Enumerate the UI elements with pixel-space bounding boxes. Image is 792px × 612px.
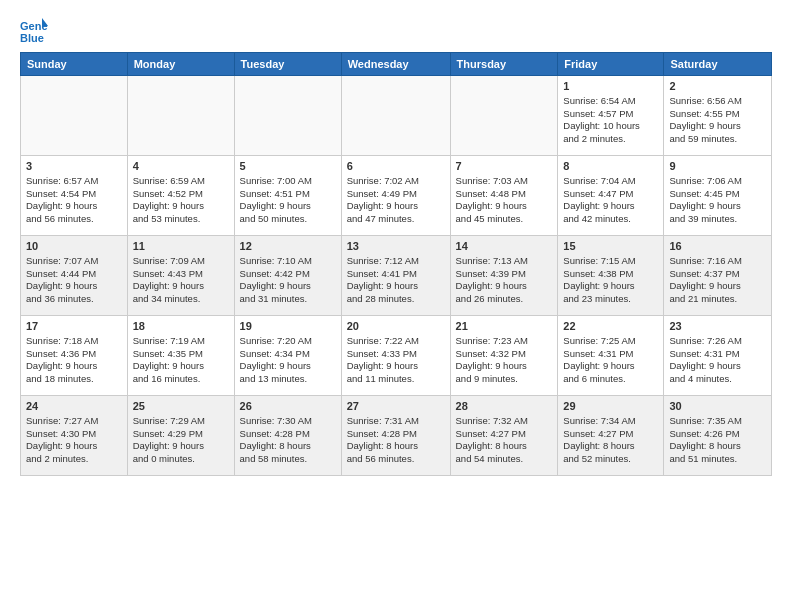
calendar-cell: 10Sunrise: 7:07 AM Sunset: 4:44 PM Dayli…	[21, 236, 128, 316]
calendar-cell	[450, 76, 558, 156]
logo-icon: General Blue	[20, 16, 48, 44]
day-number: 7	[456, 159, 553, 174]
week-row-0: 1Sunrise: 6:54 AM Sunset: 4:57 PM Daylig…	[21, 76, 772, 156]
header: General Blue	[20, 16, 772, 44]
page: General Blue SundayMondayTuesdayWednesda…	[0, 0, 792, 612]
day-number: 9	[669, 159, 766, 174]
day-number: 18	[133, 319, 229, 334]
day-number: 28	[456, 399, 553, 414]
day-info: Sunrise: 7:07 AM Sunset: 4:44 PM Dayligh…	[26, 255, 122, 306]
day-info: Sunrise: 7:10 AM Sunset: 4:42 PM Dayligh…	[240, 255, 336, 306]
calendar-cell: 15Sunrise: 7:15 AM Sunset: 4:38 PM Dayli…	[558, 236, 664, 316]
svg-text:Blue: Blue	[20, 32, 44, 44]
calendar-cell: 21Sunrise: 7:23 AM Sunset: 4:32 PM Dayli…	[450, 316, 558, 396]
day-number: 3	[26, 159, 122, 174]
calendar-cell: 9Sunrise: 7:06 AM Sunset: 4:45 PM Daylig…	[664, 156, 772, 236]
day-number: 30	[669, 399, 766, 414]
day-number: 21	[456, 319, 553, 334]
day-info: Sunrise: 7:04 AM Sunset: 4:47 PM Dayligh…	[563, 175, 658, 226]
calendar-cell: 23Sunrise: 7:26 AM Sunset: 4:31 PM Dayli…	[664, 316, 772, 396]
calendar-cell: 28Sunrise: 7:32 AM Sunset: 4:27 PM Dayli…	[450, 396, 558, 476]
day-number: 19	[240, 319, 336, 334]
day-info: Sunrise: 7:09 AM Sunset: 4:43 PM Dayligh…	[133, 255, 229, 306]
calendar-cell: 4Sunrise: 6:59 AM Sunset: 4:52 PM Daylig…	[127, 156, 234, 236]
calendar-cell: 16Sunrise: 7:16 AM Sunset: 4:37 PM Dayli…	[664, 236, 772, 316]
day-info: Sunrise: 7:30 AM Sunset: 4:28 PM Dayligh…	[240, 415, 336, 466]
calendar-cell: 1Sunrise: 6:54 AM Sunset: 4:57 PM Daylig…	[558, 76, 664, 156]
week-row-2: 10Sunrise: 7:07 AM Sunset: 4:44 PM Dayli…	[21, 236, 772, 316]
day-info: Sunrise: 7:02 AM Sunset: 4:49 PM Dayligh…	[347, 175, 445, 226]
day-number: 17	[26, 319, 122, 334]
weekday-header-row: SundayMondayTuesdayWednesdayThursdayFrid…	[21, 53, 772, 76]
day-number: 12	[240, 239, 336, 254]
day-info: Sunrise: 7:19 AM Sunset: 4:35 PM Dayligh…	[133, 335, 229, 386]
calendar-cell: 30Sunrise: 7:35 AM Sunset: 4:26 PM Dayli…	[664, 396, 772, 476]
day-info: Sunrise: 7:15 AM Sunset: 4:38 PM Dayligh…	[563, 255, 658, 306]
calendar: SundayMondayTuesdayWednesdayThursdayFrid…	[20, 52, 772, 476]
calendar-cell: 13Sunrise: 7:12 AM Sunset: 4:41 PM Dayli…	[341, 236, 450, 316]
day-number: 25	[133, 399, 229, 414]
day-info: Sunrise: 6:54 AM Sunset: 4:57 PM Dayligh…	[563, 95, 658, 146]
day-info: Sunrise: 6:57 AM Sunset: 4:54 PM Dayligh…	[26, 175, 122, 226]
calendar-cell: 12Sunrise: 7:10 AM Sunset: 4:42 PM Dayli…	[234, 236, 341, 316]
calendar-cell	[21, 76, 128, 156]
day-info: Sunrise: 7:23 AM Sunset: 4:32 PM Dayligh…	[456, 335, 553, 386]
day-info: Sunrise: 6:56 AM Sunset: 4:55 PM Dayligh…	[669, 95, 766, 146]
calendar-cell	[127, 76, 234, 156]
day-number: 29	[563, 399, 658, 414]
day-info: Sunrise: 7:32 AM Sunset: 4:27 PM Dayligh…	[456, 415, 553, 466]
day-number: 10	[26, 239, 122, 254]
weekday-header-thursday: Thursday	[450, 53, 558, 76]
calendar-cell: 27Sunrise: 7:31 AM Sunset: 4:28 PM Dayli…	[341, 396, 450, 476]
day-info: Sunrise: 7:12 AM Sunset: 4:41 PM Dayligh…	[347, 255, 445, 306]
day-info: Sunrise: 7:34 AM Sunset: 4:27 PM Dayligh…	[563, 415, 658, 466]
day-number: 20	[347, 319, 445, 334]
day-number: 11	[133, 239, 229, 254]
day-info: Sunrise: 7:00 AM Sunset: 4:51 PM Dayligh…	[240, 175, 336, 226]
calendar-cell: 19Sunrise: 7:20 AM Sunset: 4:34 PM Dayli…	[234, 316, 341, 396]
calendar-cell: 8Sunrise: 7:04 AM Sunset: 4:47 PM Daylig…	[558, 156, 664, 236]
day-info: Sunrise: 7:29 AM Sunset: 4:29 PM Dayligh…	[133, 415, 229, 466]
day-number: 1	[563, 79, 658, 94]
day-info: Sunrise: 7:03 AM Sunset: 4:48 PM Dayligh…	[456, 175, 553, 226]
logo: General Blue	[20, 16, 52, 44]
day-info: Sunrise: 7:26 AM Sunset: 4:31 PM Dayligh…	[669, 335, 766, 386]
week-row-1: 3Sunrise: 6:57 AM Sunset: 4:54 PM Daylig…	[21, 156, 772, 236]
day-number: 26	[240, 399, 336, 414]
day-number: 14	[456, 239, 553, 254]
day-info: Sunrise: 7:31 AM Sunset: 4:28 PM Dayligh…	[347, 415, 445, 466]
calendar-cell: 18Sunrise: 7:19 AM Sunset: 4:35 PM Dayli…	[127, 316, 234, 396]
calendar-cell	[341, 76, 450, 156]
day-number: 5	[240, 159, 336, 174]
weekday-header-monday: Monday	[127, 53, 234, 76]
calendar-cell: 5Sunrise: 7:00 AM Sunset: 4:51 PM Daylig…	[234, 156, 341, 236]
day-info: Sunrise: 7:25 AM Sunset: 4:31 PM Dayligh…	[563, 335, 658, 386]
calendar-cell: 3Sunrise: 6:57 AM Sunset: 4:54 PM Daylig…	[21, 156, 128, 236]
weekday-header-tuesday: Tuesday	[234, 53, 341, 76]
day-info: Sunrise: 7:22 AM Sunset: 4:33 PM Dayligh…	[347, 335, 445, 386]
calendar-cell: 2Sunrise: 6:56 AM Sunset: 4:55 PM Daylig…	[664, 76, 772, 156]
calendar-cell: 14Sunrise: 7:13 AM Sunset: 4:39 PM Dayli…	[450, 236, 558, 316]
calendar-cell: 6Sunrise: 7:02 AM Sunset: 4:49 PM Daylig…	[341, 156, 450, 236]
day-number: 8	[563, 159, 658, 174]
day-number: 15	[563, 239, 658, 254]
day-info: Sunrise: 7:18 AM Sunset: 4:36 PM Dayligh…	[26, 335, 122, 386]
calendar-cell: 26Sunrise: 7:30 AM Sunset: 4:28 PM Dayli…	[234, 396, 341, 476]
day-number: 24	[26, 399, 122, 414]
day-info: Sunrise: 6:59 AM Sunset: 4:52 PM Dayligh…	[133, 175, 229, 226]
weekday-header-sunday: Sunday	[21, 53, 128, 76]
day-number: 13	[347, 239, 445, 254]
calendar-cell: 25Sunrise: 7:29 AM Sunset: 4:29 PM Dayli…	[127, 396, 234, 476]
day-info: Sunrise: 7:20 AM Sunset: 4:34 PM Dayligh…	[240, 335, 336, 386]
day-info: Sunrise: 7:16 AM Sunset: 4:37 PM Dayligh…	[669, 255, 766, 306]
week-row-4: 24Sunrise: 7:27 AM Sunset: 4:30 PM Dayli…	[21, 396, 772, 476]
calendar-cell: 29Sunrise: 7:34 AM Sunset: 4:27 PM Dayli…	[558, 396, 664, 476]
weekday-header-saturday: Saturday	[664, 53, 772, 76]
week-row-3: 17Sunrise: 7:18 AM Sunset: 4:36 PM Dayli…	[21, 316, 772, 396]
weekday-header-wednesday: Wednesday	[341, 53, 450, 76]
day-info: Sunrise: 7:27 AM Sunset: 4:30 PM Dayligh…	[26, 415, 122, 466]
day-number: 16	[669, 239, 766, 254]
calendar-cell: 20Sunrise: 7:22 AM Sunset: 4:33 PM Dayli…	[341, 316, 450, 396]
day-number: 22	[563, 319, 658, 334]
day-number: 6	[347, 159, 445, 174]
